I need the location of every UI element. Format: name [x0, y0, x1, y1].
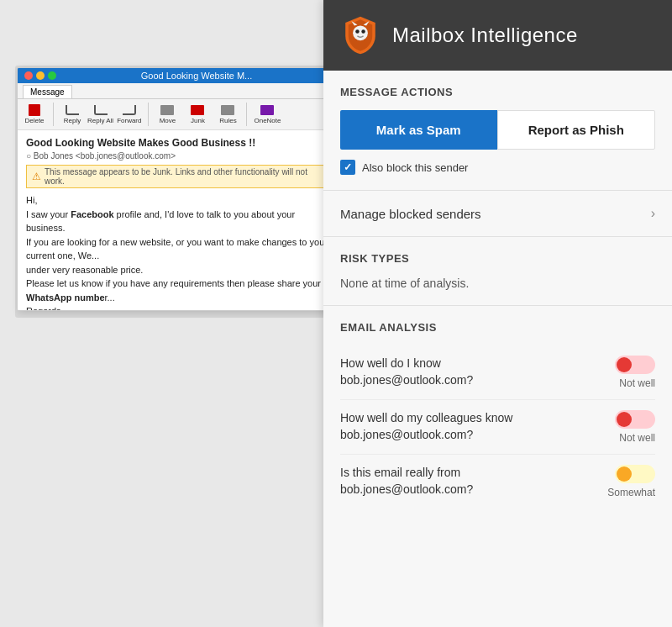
svg-point-1 [355, 29, 359, 33]
shield-logo-icon [340, 15, 381, 55]
action-buttons: Mark as Spam Report as Phish [340, 110, 655, 150]
toggle-container-2 [615, 410, 655, 429]
delete-button[interactable]: Delete [23, 104, 46, 124]
analysis-label-2: How well do my colleagues know bob.jones… [340, 410, 529, 443]
window-controls [24, 71, 56, 80]
email-line1-prefix: I saw your [26, 209, 71, 219]
move-button[interactable]: Move [155, 105, 179, 124]
onenote-button[interactable]: OneNote [254, 105, 281, 124]
risk-types-title: RISK TYPES [340, 252, 655, 265]
toggle-container-1 [615, 356, 655, 374]
analysis-right-2: Not well [615, 410, 655, 444]
block-sender-label: Also block this sender [362, 161, 468, 174]
chevron-right-icon: › [651, 206, 655, 221]
close-dot[interactable] [24, 71, 33, 80]
message-tab[interactable]: Message [23, 85, 72, 98]
email-client: Good Looking Website M... Message Delete… [17, 67, 344, 311]
report-as-phish-button[interactable]: Report as Phish [497, 110, 656, 150]
reply-button[interactable]: Reply [60, 105, 84, 124]
email-titlebar: Good Looking Website M... [18, 68, 344, 83]
analysis-value-3: Somewhat [607, 487, 655, 498]
junk-button[interactable]: Junk [186, 105, 209, 124]
risk-types-section: RISK TYPES None at time of analysis. [323, 237, 672, 306]
junk-warning: ⚠ This message appears to be Junk. Links… [26, 165, 335, 188]
toolbar-divider-2 [148, 103, 149, 126]
reply-all-button[interactable]: Reply All [87, 105, 113, 124]
email-facebook-bold: Facebook [71, 209, 113, 219]
email-window-title: Good Looking Website M... [56, 71, 337, 81]
email-toolbar: Delete Reply Reply All Forward Move Junk [18, 99, 344, 130]
message-actions-section: MESSAGE ACTIONS Mark as Spam Report as P… [323, 71, 672, 191]
email-sender: ○ Bob Jones <bob.jones@outlook.com> [26, 151, 335, 161]
analysis-item-1: How well do I know bob.jones@outlook.com… [340, 345, 655, 400]
svg-point-0 [353, 25, 368, 40]
toggle-knob-1 [617, 357, 632, 372]
maximize-dot[interactable] [48, 71, 56, 80]
email-analysis-title: EMAIL ANALYSIS [340, 321, 655, 334]
toggle-knob-3 [617, 466, 632, 482]
toggle-container-3 [615, 465, 655, 483]
toggle-1[interactable] [615, 356, 655, 374]
block-sender-row: Also block this sender [340, 160, 655, 175]
email-line4-suffix: r... [105, 292, 115, 303]
svg-point-2 [361, 29, 365, 33]
reply-group: Reply Reply All Forward [60, 105, 141, 124]
risk-none-text: None at time of analysis. [340, 277, 655, 290]
analysis-value-2: Not well [619, 432, 655, 444]
toolbar-divider-3 [246, 103, 247, 126]
analysis-item-3: Is this email really from bob.jones@outl… [340, 455, 655, 508]
analysis-item-2: How well do my colleagues know bob.jones… [340, 400, 655, 455]
analysis-right-3: Somewhat [607, 465, 655, 498]
analysis-label-1: How well do I know bob.jones@outlook.com… [340, 356, 529, 388]
mailbox-intelligence-panel: Mailbox Intelligence MESSAGE ACTIONS Mar… [323, 0, 672, 627]
mark-as-spam-button[interactable]: Mark as Spam [340, 110, 497, 150]
minimize-dot[interactable] [36, 71, 45, 80]
email-sign: Regards, [26, 304, 335, 311]
email-subject: Good Looking Website Makes Good Business… [26, 137, 335, 149]
analysis-label-3: Is this email really from bob.jones@outl… [340, 465, 529, 498]
toggle-3[interactable] [615, 465, 655, 483]
email-content: Hi, I saw your Facebook profile and, I'd… [26, 193, 335, 311]
block-sender-checkbox[interactable] [340, 160, 355, 175]
analysis-value-1: Not well [619, 377, 655, 389]
email-whatsapp-bold: WhatsApp numbe [26, 292, 105, 303]
manage-blocked-senders-row[interactable]: Manage blocked senders › [323, 191, 672, 237]
email-line3: under very reasonable price. [26, 263, 335, 277]
warning-icon: ⚠ [32, 171, 41, 182]
email-line4-prefix: Please let us know if you have any requi… [26, 278, 321, 288]
email-body: Good Looking Website Makes Good Business… [18, 130, 344, 311]
toolbar-divider-1 [53, 103, 54, 126]
email-analysis-section: EMAIL ANALYSIS How well do I know bob.jo… [323, 306, 672, 524]
rules-button[interactable]: Rules [216, 105, 239, 124]
email-line2: If you are looking for a new website, or… [26, 235, 335, 263]
toggle-2[interactable] [615, 410, 655, 429]
toggle-knob-2 [617, 412, 632, 427]
panel-header: Mailbox Intelligence [323, 0, 672, 71]
analysis-right-1: Not well [615, 356, 655, 389]
manage-blocked-label: Manage blocked senders [340, 207, 481, 221]
panel-content: MESSAGE ACTIONS Mark as Spam Report as P… [323, 71, 672, 627]
message-actions-title: MESSAGE ACTIONS [340, 86, 655, 98]
forward-button[interactable]: Forward [117, 105, 141, 124]
panel-title: Mailbox Intelligence [392, 24, 578, 47]
